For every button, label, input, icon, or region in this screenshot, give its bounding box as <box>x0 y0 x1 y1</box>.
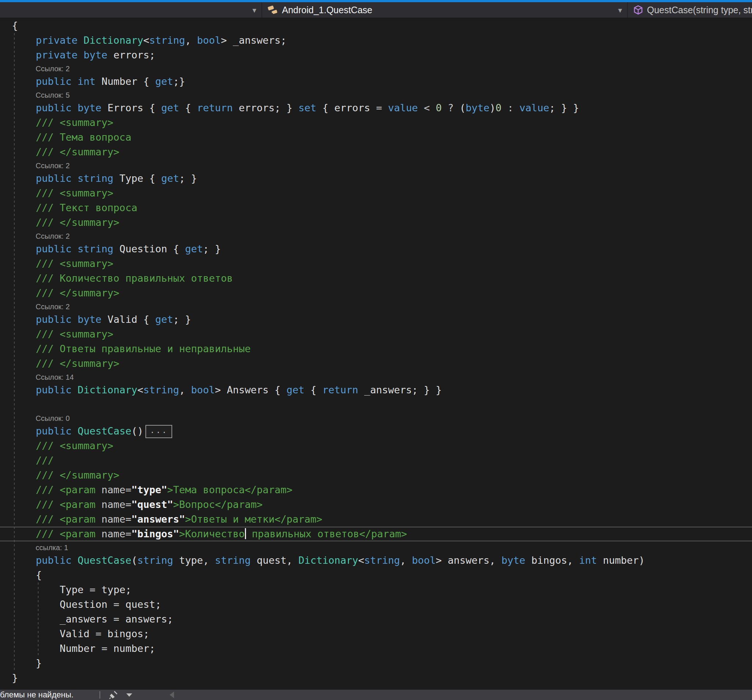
code-line[interactable] <box>0 397 752 412</box>
code-line[interactable]: Number = number; <box>0 641 752 656</box>
code-token <box>0 243 36 255</box>
code-token: ( <box>460 102 466 114</box>
code-line[interactable]: /// <summary> <box>0 115 752 130</box>
code-token: /// </summary> <box>36 469 120 481</box>
code-token: < <box>137 384 143 395</box>
code-token: Type { <box>119 173 161 184</box>
code-line[interactable]: /// </summary> <box>0 356 752 371</box>
codelens-reference[interactable]: Ссылок: 0 <box>0 412 752 424</box>
code-line[interactable]: public QuestCase()... <box>0 424 752 439</box>
code-token <box>0 287 36 299</box>
class-icon <box>267 5 278 16</box>
code-line[interactable]: { <box>0 19 752 33</box>
code-token: answers; <box>119 613 173 625</box>
code-line[interactable]: /// Текст вопроса <box>0 201 752 215</box>
code-line[interactable]: public QuestCase(string type, string que… <box>0 553 752 568</box>
code-line[interactable]: /// <box>0 453 752 468</box>
member-dropdown[interactable]: QuestCase(string type, str <box>628 2 752 18</box>
code-line[interactable]: /// </summary> <box>0 145 752 159</box>
current-code-line[interactable]: /// <param name="bingos">Количество прав… <box>0 527 752 541</box>
code-line[interactable]: /// Тема вопроса <box>0 130 752 145</box>
code-line[interactable]: /// Ответы правильные и неправильные <box>0 342 752 356</box>
code-line[interactable]: /// </summary> <box>0 468 752 482</box>
code-line[interactable]: /// <summary> <box>0 439 752 453</box>
code-line[interactable]: { <box>0 568 752 582</box>
problems-status-text[interactable]: блемы не найдены. <box>0 690 73 700</box>
code-token <box>0 314 36 325</box>
code-token: byte <box>78 102 107 114</box>
code-token <box>0 102 36 114</box>
code-line[interactable]: /// <param name="quest">Вопрос</param> <box>0 497 752 512</box>
code-token: set <box>298 102 317 114</box>
code-token: >Ответы и метки</param> <box>185 513 322 525</box>
code-token: QuestCase <box>78 555 131 566</box>
code-line[interactable]: private Dictionary<string, bool> _answer… <box>0 33 752 48</box>
code-cleanup-broom-icon[interactable] <box>109 690 118 700</box>
code-line[interactable]: Question = quest; <box>0 597 752 612</box>
code-line[interactable]: public string Type { get; } <box>0 171 752 186</box>
code-token: private <box>36 49 84 61</box>
code-line[interactable]: /// Количество правильных ответов <box>0 271 752 286</box>
collapsed-code-region[interactable]: ... <box>145 425 172 438</box>
code-line[interactable]: public byte Valid { get; } <box>0 312 752 327</box>
code-line[interactable]: public string Question { get; } <box>0 242 752 256</box>
code-token: get <box>155 76 173 87</box>
code-line[interactable]: /// <summary> <box>0 327 752 342</box>
code-line[interactable]: } <box>0 656 752 670</box>
code-cleanup-dropdown-icon[interactable] <box>126 694 132 697</box>
codelens-reference[interactable]: Ссылок: 2 <box>0 230 752 242</box>
chevron-down-icon[interactable]: ▾ <box>252 6 256 14</box>
code-line[interactable]: Valid = bingos; <box>0 627 752 641</box>
codelens-reference[interactable]: ссылка: 1 <box>0 541 752 553</box>
code-line[interactable]: /// <summary> <box>0 186 752 201</box>
codelens-reference[interactable]: Ссылок: 2 <box>0 159 752 171</box>
code-token <box>0 513 36 525</box>
code-token: return <box>322 384 364 395</box>
code-line[interactable]: /// <summary> <box>0 256 752 271</box>
codelens-reference[interactable]: Ссылок: 2 <box>0 300 752 312</box>
chevron-down-icon[interactable]: ▾ <box>618 6 627 14</box>
editor-status-bar: блемы не найдены. <box>0 690 752 700</box>
code-token: byte <box>84 49 113 61</box>
code-token: int <box>78 76 101 87</box>
codelens-reference[interactable]: Ссылок: 14 <box>0 371 752 383</box>
code-token: /// <param <box>36 528 102 540</box>
code-token: /// <summary> <box>36 187 113 199</box>
code-token: ;} <box>173 76 185 87</box>
code-line[interactable]: /// </summary> <box>0 215 752 230</box>
code-token <box>0 484 36 495</box>
code-token: value <box>388 102 418 114</box>
code-token <box>0 217 36 228</box>
code-token: /// Тема вопроса <box>36 131 132 143</box>
code-token <box>0 499 36 510</box>
code-token: Question { <box>119 243 185 255</box>
code-line[interactable]: } <box>0 670 752 685</box>
scrollbar-left-arrow-icon[interactable] <box>169 692 174 698</box>
code-line[interactable]: public int Number { get;} <box>0 74 752 89</box>
code-token: quest; <box>119 599 161 610</box>
code-token: ? <box>442 102 460 114</box>
code-token: Question <box>0 599 113 610</box>
code-token: , <box>185 34 197 46</box>
code-line[interactable]: public Dictionary<string, bool> Answers … <box>0 383 752 397</box>
code-line[interactable]: /// <param name="type">Тема вопроса</par… <box>0 482 752 497</box>
code-line[interactable]: public byte Errors { get { return errors… <box>0 101 752 115</box>
code-token: public <box>36 243 78 255</box>
codelens-reference[interactable]: Ссылок: 5 <box>0 89 752 101</box>
code-token: get <box>155 314 173 325</box>
code-token: Number { <box>101 76 155 87</box>
code-line[interactable]: /// <param name="answers">Ответы и метки… <box>0 512 752 527</box>
code-token: } <box>0 657 42 669</box>
code-editor[interactable]: { private Dictionary<string, bool> _answ… <box>0 19 752 690</box>
code-token: number; <box>107 643 155 654</box>
project-dropdown[interactable]: ▾ <box>0 2 261 18</box>
code-line[interactable]: private byte errors; <box>0 48 752 62</box>
method-icon <box>633 5 643 15</box>
code-token: >Количество <box>179 528 245 540</box>
code-line[interactable]: Type = type; <box>0 582 752 597</box>
code-line[interactable]: /// </summary> <box>0 286 752 300</box>
class-dropdown[interactable]: Android_1.QuestCase ▾ <box>262 2 627 18</box>
code-line[interactable]: _answers = answers; <box>0 612 752 627</box>
codelens-reference[interactable]: Ссылок: 2 <box>0 62 752 74</box>
code-token <box>0 425 36 437</box>
